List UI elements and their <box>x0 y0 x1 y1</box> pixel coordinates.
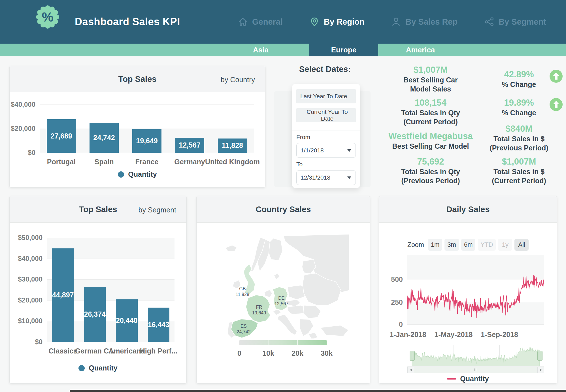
kpi-label-line: Total Sales in $ <box>479 167 559 176</box>
zoom-button-all[interactable]: All <box>514 239 529 251</box>
map-country[interactable] <box>303 305 321 319</box>
chart-subtitle: by Segment <box>139 206 176 214</box>
kpi-label-line: (Current Period) <box>479 176 559 185</box>
current-year-to-date-button[interactable]: Current Year To Date <box>296 108 356 122</box>
kpi-label-line: Total Sales in $ <box>479 134 559 143</box>
zoom-button-3m[interactable]: 3m <box>444 239 459 251</box>
to-date-select[interactable]: 12/31/2018 <box>296 170 356 185</box>
legend-label: Quantity <box>89 364 117 372</box>
bar[interactable]: 19,649 <box>132 129 161 153</box>
chart-title: Daily Sales <box>379 205 557 214</box>
scroll-left-button[interactable] <box>407 367 414 373</box>
bar[interactable]: 11,828 <box>218 139 247 153</box>
map-country[interactable] <box>320 325 348 336</box>
map-country[interactable] <box>308 333 317 338</box>
tab-europe[interactable]: Europe <box>309 44 378 56</box>
quantity-line-series[interactable] <box>407 255 544 327</box>
tab-america[interactable]: America <box>378 44 463 56</box>
x-axis-tick: 1-May-2018 <box>435 331 473 339</box>
bar-slot: 12,567 <box>168 105 211 153</box>
kpi-label-line: Best Selling Car Model <box>380 142 482 151</box>
bar-value-label: 26,374 <box>84 310 106 318</box>
y-axis-tick: $40,000 <box>11 101 35 108</box>
bar-slot: 20,440 <box>111 238 143 342</box>
x-axis-category-label: United Kingdom <box>205 158 260 166</box>
bar[interactable]: 16,443 <box>148 308 170 342</box>
nav-item-label: By Segment <box>499 17 546 27</box>
kpi-label-line: % Change <box>479 108 559 117</box>
kpi-value: $840M <box>479 123 559 134</box>
map-country[interactable] <box>277 314 297 335</box>
scroll-right-button[interactable] <box>537 367 544 373</box>
map-label-de-value: 12,567 <box>275 301 288 306</box>
bar-slot: 26,374 <box>79 238 111 342</box>
bar[interactable]: 26,374 <box>84 287 106 342</box>
scale-tick: 10k <box>262 349 274 357</box>
map-country[interactable] <box>269 238 283 260</box>
from-label: From <box>296 134 310 140</box>
zoom-button-ytd[interactable]: YTD <box>478 239 496 251</box>
x-axis-category-label: Americana <box>108 347 145 355</box>
gridline <box>40 153 254 153</box>
kpi-cell: $840MTotal Sales in $(Previous Period) <box>479 123 559 152</box>
kpi-cell: $1,007MBest Selling CarModel Sales <box>380 65 482 93</box>
bar-value-label: 19,649 <box>136 137 158 145</box>
y-axis-tick: $40,000 <box>18 255 42 263</box>
map-pin-icon <box>310 17 319 27</box>
from-date-select[interactable]: 1/1/2018 <box>296 143 356 158</box>
bar-slot: 27,689 <box>40 105 83 153</box>
map-country[interactable] <box>273 309 281 315</box>
bar[interactable]: 24,742 <box>90 123 119 153</box>
navigator-left-handle[interactable] <box>410 351 415 361</box>
map-country[interactable] <box>264 290 272 297</box>
legend-label: Quantity <box>460 375 489 383</box>
bar[interactable]: 27,689 <box>47 119 76 153</box>
x-axis-category-label: High Perf... <box>140 347 177 355</box>
chart-legend[interactable]: Quantity <box>10 170 265 178</box>
kpi-value: 108,154 <box>380 97 482 108</box>
divider <box>292 131 360 131</box>
top-sales-by-country-card: Top Sales by Country $40,000$20,000$027,… <box>9 66 265 188</box>
kpi-cell: 75,692Total Sales in Qty(Previous Period… <box>380 156 482 185</box>
nav-item-general[interactable]: General <box>238 17 283 27</box>
zoom-button-6m[interactable]: 6m <box>461 239 476 251</box>
legend-marker <box>78 365 85 371</box>
chevron-down-icon <box>343 143 356 157</box>
kpi-label-line: (Previous Period) <box>479 143 559 152</box>
y-axis-tick: $0 <box>35 338 42 346</box>
kpi-value: 19.89% <box>479 97 559 108</box>
y-axis-tick: $50,000 <box>18 234 42 242</box>
bar-value-label: 11,828 <box>222 141 243 150</box>
map-label-es-value: 24,742 <box>237 329 250 334</box>
chart-legend[interactable]: Quantity <box>10 364 186 372</box>
last-year-to-date-button[interactable]: Last Year To Date <box>296 89 356 103</box>
nav-item-by-sales-rep[interactable]: By Sales Rep <box>391 17 458 27</box>
navigator-right-handle[interactable] <box>537 351 542 361</box>
map-country[interactable] <box>302 259 316 274</box>
from-date-value: 1/1/2018 <box>297 147 343 154</box>
chart-title: Country Sales <box>197 205 370 214</box>
nav-item-by-region[interactable]: By Region <box>310 17 364 27</box>
zoom-button-1y[interactable]: 1y <box>498 239 512 251</box>
kpi-value: 42.89% <box>479 69 559 80</box>
map-country[interactable] <box>274 273 280 280</box>
nav-item-by-segment[interactable]: By Segment <box>484 17 546 27</box>
range-navigator[interactable] <box>407 345 544 366</box>
bar[interactable]: 20,440 <box>116 299 138 342</box>
window-edge-bar <box>70 390 566 392</box>
scroll-thumb[interactable] <box>414 367 537 373</box>
map-country-es[interactable] <box>231 319 258 338</box>
map-country[interactable] <box>225 245 237 251</box>
map-label-es-code: ES <box>241 323 247 329</box>
kpi-label-line: Model Sales <box>380 84 482 93</box>
line-chart-plot <box>407 255 544 327</box>
chart-legend[interactable]: Quantity <box>379 375 557 383</box>
bar[interactable]: 12,567 <box>175 138 204 153</box>
bar[interactable]: 44,897 <box>52 248 74 342</box>
bar-value-label: 12,567 <box>179 141 200 149</box>
nav-item-label: By Region <box>324 17 364 27</box>
range-scrollbar <box>407 367 544 373</box>
tab-asia[interactable]: Asia <box>212 44 309 56</box>
zoom-button-1m[interactable]: 1m <box>428 239 442 251</box>
arrow-up-circle-icon <box>550 70 563 83</box>
